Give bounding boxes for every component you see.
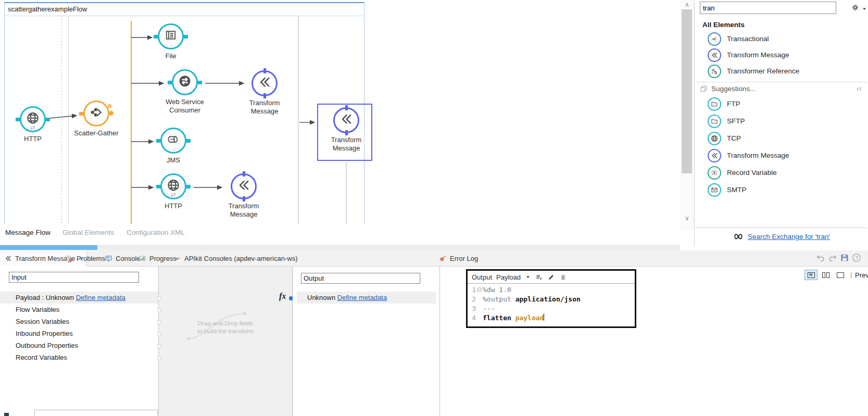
output-filter-field[interactable] xyxy=(301,273,420,284)
tree-row-inbound-properties[interactable]: Inbound Properties xyxy=(0,327,158,339)
chevron-down-icon[interactable] xyxy=(525,274,531,280)
text-cursor xyxy=(544,313,544,321)
mule-palette: All Elements Transactional Transform Mes… xyxy=(694,0,868,246)
delete-icon[interactable] xyxy=(559,273,567,281)
connector-dot xyxy=(157,344,161,348)
output-port xyxy=(186,185,191,188)
tree-row-record-variables[interactable]: Record Variables xyxy=(0,351,158,363)
canvas-horizontal-scrollbar[interactable] xyxy=(0,245,680,250)
define-metadata-link[interactable]: Define metadata xyxy=(337,294,387,301)
suggestions-header[interactable]: Suggestions... xyxy=(696,82,867,95)
scrollbar-thumb[interactable] xyxy=(0,245,97,250)
chevron-down-icon[interactable] xyxy=(861,5,867,11)
tab-global-elements[interactable]: Global Elements xyxy=(62,229,114,236)
output-panel: Unknown Define metadata xyxy=(293,267,440,416)
flow-node-scatter-gather[interactable]: Scatter-Gather xyxy=(72,100,121,137)
redo-icon[interactable] xyxy=(827,253,838,263)
canvas-vertical-scrollbar[interactable]: ∧ ∨ xyxy=(680,0,694,230)
search-exchange-row: Search Exchange for 'tran' xyxy=(695,229,868,244)
arrow-glyph: → xyxy=(159,42,182,48)
route-dot xyxy=(108,104,111,108)
dataweave-editor-box[interactable]: Output Payload 1 − %dw 1.0 2 %output app… xyxy=(466,269,636,328)
tick xyxy=(243,196,245,201)
tab-apikit-consoles[interactable]: api APIkit Consoles (apdev-american-ws) xyxy=(173,250,297,267)
exchange-arrows-glyph: ⇄ xyxy=(21,124,44,131)
tab-problems[interactable]: Problems xyxy=(66,250,105,267)
console-icon xyxy=(105,255,112,262)
flow-node-transform-message-selected[interactable]: TransformMessage xyxy=(322,107,371,153)
flow-node-transform-message-1[interactable]: TransformMessage xyxy=(240,70,289,116)
tree-row-flow-variables[interactable]: Flow Variables xyxy=(0,304,158,316)
view-mode-split-button[interactable] xyxy=(819,270,832,280)
flow-node-http-2[interactable]: ⇄ HTTP xyxy=(149,173,198,210)
tree-row-outbound-properties[interactable]: Outbound Properties xyxy=(0,339,158,351)
palette-item-smtp[interactable]: SMTP xyxy=(696,181,867,198)
add-target-icon[interactable] xyxy=(535,273,543,281)
payload-label[interactable]: Payload xyxy=(496,273,521,281)
tab-progress[interactable]: Progress xyxy=(139,250,177,267)
tick xyxy=(263,68,266,73)
dataweave-icon xyxy=(339,112,354,127)
palette-item-record-variable[interactable]: X Record Variable xyxy=(696,164,867,181)
palette-item-sftp[interactable]: SFTP xyxy=(696,112,867,130)
code-line: 2 %output application/json xyxy=(468,295,635,304)
tab-console[interactable]: Console xyxy=(105,250,141,267)
route-dot xyxy=(109,111,114,116)
flow-node-web-service-consumer[interactable]: Web ServiceConsumer xyxy=(160,69,209,115)
node-label: Transform xyxy=(219,202,268,210)
view-mode-source-button[interactable]: N xyxy=(804,270,817,280)
palette-item-ftp[interactable]: FTP xyxy=(696,95,867,112)
palette-item-transform-message-suggestion[interactable]: Transform Message xyxy=(696,147,867,164)
gear-icon[interactable] xyxy=(851,3,860,12)
tab-message-flow[interactable]: Message Flow xyxy=(5,229,51,236)
tab-configuration-xml[interactable]: Configuration XML xyxy=(127,229,185,236)
palette-search-input[interactable] xyxy=(700,2,836,14)
save-icon[interactable] xyxy=(839,253,850,263)
undo-icon[interactable] xyxy=(815,253,826,263)
palette-item-transformer-reference[interactable]: Transformer Reference xyxy=(696,63,867,79)
input-filter-field[interactable] xyxy=(9,272,139,283)
node-label: HTTP xyxy=(149,202,198,210)
view-mode-single-button[interactable] xyxy=(834,270,847,280)
tree-row-output-unknown[interactable]: Unknown Define metadata xyxy=(297,292,436,304)
dataweave-code[interactable]: 1 − %dw 1.0 2 %output application/json 3… xyxy=(468,284,635,323)
preview-label[interactable]: Preview xyxy=(855,271,868,279)
collapse-icon[interactable] xyxy=(856,85,863,93)
api-icon: api xyxy=(173,255,181,262)
exchange-infinity-icon xyxy=(733,232,744,241)
edit-icon[interactable] xyxy=(547,273,555,281)
flow-node-jms[interactable]: → JMS xyxy=(149,128,198,165)
web-service-consumer-icon xyxy=(178,74,192,89)
node-label: Scatter-Gather xyxy=(68,129,125,137)
dataweave-panel: Output Payload 1 − %dw 1.0 2 %output app… xyxy=(440,267,868,416)
output-port xyxy=(45,118,50,121)
flow-node-http-source[interactable]: ⇄ HTTP xyxy=(8,106,57,143)
palette-item-transform-message[interactable]: Transform Message xyxy=(696,47,867,63)
tree-row-payload[interactable]: Payload : Unknown Define metadata xyxy=(0,292,158,304)
file-icon xyxy=(163,28,178,43)
connector-dot xyxy=(157,356,161,360)
help-icon[interactable]: ? xyxy=(851,253,862,263)
view-tab-bar: Transform Message × Problems Console Pro… xyxy=(0,250,868,267)
error-log-icon xyxy=(439,255,447,262)
scroll-down-icon[interactable]: ∨ xyxy=(680,215,694,222)
output-port xyxy=(183,35,188,39)
fold-minus-icon[interactable]: − xyxy=(476,285,483,295)
input-port xyxy=(16,118,20,121)
scroll-up-icon[interactable]: ∧ xyxy=(680,1,694,8)
define-metadata-link[interactable]: Define metadata xyxy=(76,294,125,301)
tree-row-session-variables[interactable]: Session Variables xyxy=(0,316,158,327)
tab-error-log[interactable]: Error Log xyxy=(439,250,478,267)
flow-node-file[interactable]: → File xyxy=(146,23,195,60)
input-panel-footer-box xyxy=(34,410,158,416)
svg-text:?: ? xyxy=(855,255,858,260)
flow-node-transform-message-2[interactable]: TransformMessage xyxy=(219,173,268,219)
scrollbar-thumb[interactable] xyxy=(682,9,692,173)
search-exchange-link[interactable]: Search Exchange for 'tran' xyxy=(748,233,830,241)
palette-item-tcp[interactable]: TCP xyxy=(696,130,867,147)
divider: | xyxy=(850,271,852,279)
palette-item-transactional[interactable]: Transactional xyxy=(696,31,867,47)
fx-label: fx xyxy=(279,292,286,301)
problems-icon xyxy=(66,255,73,262)
mapping-panel[interactable]: Drag-and-Drop fields to build the transf… xyxy=(159,267,293,416)
